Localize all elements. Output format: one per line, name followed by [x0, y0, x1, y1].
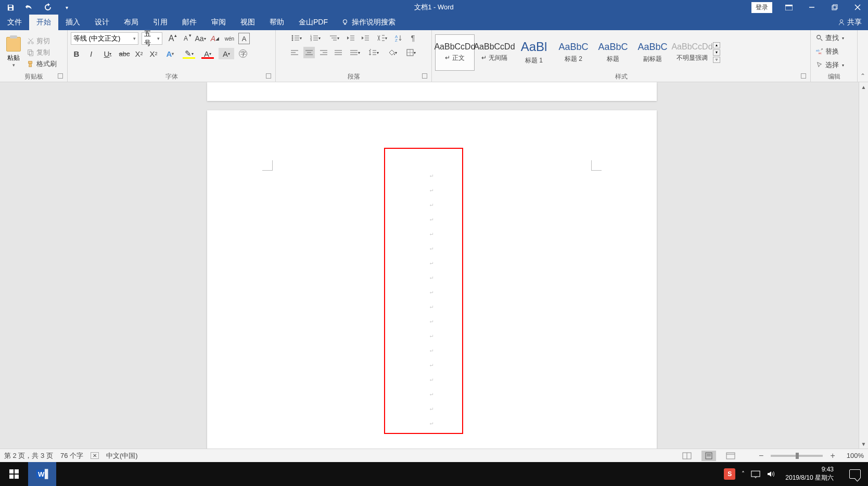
ime-indicator[interactable]: S — [724, 468, 735, 480]
document-area[interactable]: ↵↵↵↵↵↵↵↵↵↵↵↵↵↵↵↵↵↵ ▲ ▼ — [0, 82, 868, 449]
borders-button[interactable]: ▾ — [403, 47, 419, 58]
volume-icon[interactable] — [767, 470, 775, 478]
zoom-level[interactable]: 100% — [847, 452, 864, 459]
vertical-scrollbar[interactable]: ▲ ▼ — [859, 82, 868, 449]
action-center-icon[interactable] — [751, 470, 760, 478]
font-name-combo[interactable]: 等线 (中文正文)▾ — [71, 32, 138, 45]
start-button[interactable] — [0, 462, 28, 486]
select-button[interactable]: 选择▾ — [814, 59, 846, 71]
tab-file[interactable]: 文件 — [0, 15, 29, 30]
highlight-button[interactable]: ✎▾ — [181, 48, 197, 59]
style-item-0[interactable]: AaBbCcDd↵ 正文 — [435, 34, 475, 71]
increase-indent-button[interactable] — [360, 32, 371, 44]
tab-mailings[interactable]: 邮件 — [175, 15, 204, 30]
language-status[interactable]: 中文(中国) — [106, 451, 138, 461]
subscript-button[interactable]: X2 — [133, 48, 145, 59]
tab-references[interactable]: 引用 — [146, 15, 175, 30]
strikethrough-button[interactable]: abc — [119, 48, 130, 59]
collapse-ribbon-button[interactable]: ⌃ — [858, 30, 868, 82]
bullets-button[interactable]: ▾ — [289, 32, 304, 44]
tray-clock[interactable]: 9:43 2019/8/10 星期六 — [781, 466, 838, 482]
taskbar-word-button[interactable]: W — [28, 462, 56, 486]
scroll-up-button[interactable]: ▲ — [859, 82, 868, 92]
style-item-1[interactable]: AaBbCcDd↵ 无间隔 — [475, 34, 514, 71]
tab-jinshan-pdf[interactable]: 金山PDF — [291, 15, 335, 30]
close-button[interactable] — [847, 0, 868, 15]
asian-layout-button[interactable]: ▾ — [374, 32, 390, 44]
distributed-button[interactable]: ▾ — [347, 47, 363, 58]
sort-button[interactable]: AZ — [393, 32, 404, 44]
ribbon-display-options-button[interactable] — [778, 0, 799, 15]
document-page[interactable]: ↵↵↵↵↵↵↵↵↵↵↵↵↵↵↵↵↵↵ — [207, 110, 657, 449]
align-center-button[interactable] — [303, 47, 315, 58]
redo-button[interactable] — [42, 1, 54, 14]
paragraph-launcher[interactable] — [422, 73, 427, 79]
tab-insert[interactable]: 插入 — [58, 15, 87, 30]
format-painter-button[interactable]: 格式刷 — [27, 59, 57, 69]
multilevel-list-button[interactable]: ▾ — [326, 32, 342, 44]
find-button[interactable]: 查找▾ — [814, 32, 846, 44]
style-item-2[interactable]: AaBl标题 1 — [514, 34, 554, 71]
paste-button[interactable]: 粘贴 ▾ — [3, 36, 24, 69]
tab-view[interactable]: 视图 — [233, 15, 262, 30]
tab-help[interactable]: 帮助 — [262, 15, 291, 30]
minimize-button[interactable] — [801, 0, 822, 15]
undo-button[interactable] — [23, 1, 35, 14]
zoom-in-button[interactable]: + — [830, 451, 835, 461]
copy-button[interactable]: 复制 — [27, 48, 57, 57]
align-left-button[interactable] — [289, 47, 300, 58]
read-mode-button[interactable] — [680, 451, 694, 461]
maximize-button[interactable] — [824, 0, 845, 15]
tab-review[interactable]: 审阅 — [204, 15, 233, 30]
cut-button[interactable]: 剪切 — [27, 36, 57, 46]
numbering-button[interactable]: 123▾ — [308, 32, 323, 44]
shrink-font-button[interactable]: A▾ — [180, 33, 192, 44]
font-launcher[interactable] — [266, 73, 271, 79]
text-effects-button[interactable]: A ▾ — [162, 48, 178, 59]
shading-button[interactable]: ▾ — [385, 47, 400, 58]
share-button[interactable]: 共享 — [832, 15, 868, 30]
change-case-button[interactable]: Aa▾ — [195, 33, 206, 44]
style-item-3[interactable]: AaBbC标题 2 — [554, 34, 593, 71]
styles-launcher[interactable] — [801, 73, 806, 79]
underline-button[interactable]: U ▾ — [100, 48, 116, 59]
save-button[interactable] — [4, 1, 17, 14]
enclose-characters-button[interactable]: 字 — [237, 48, 249, 59]
font-color-button[interactable]: A▾ — [200, 48, 215, 59]
phonetic-guide-button[interactable]: wén — [224, 33, 235, 44]
style-item-5[interactable]: AaBbC副标题 — [633, 34, 672, 71]
clear-formatting-button[interactable]: A◢ — [209, 33, 221, 44]
bold-button[interactable]: B — [71, 48, 82, 59]
zoom-out-button[interactable]: − — [759, 451, 763, 461]
styles-gallery-more[interactable]: ▴▾▿ — [712, 42, 721, 63]
qat-customize-button[interactable]: ▾ — [60, 1, 73, 14]
page-number-status[interactable]: 第 2 页，共 3 页 — [4, 451, 53, 461]
font-size-combo[interactable]: 五号▾ — [142, 32, 162, 45]
line-spacing-button[interactable]: ▾ — [366, 47, 381, 58]
scroll-down-button[interactable]: ▼ — [859, 439, 868, 449]
zoom-slider-thumb[interactable] — [796, 453, 799, 459]
show-hide-button[interactable]: ¶ — [407, 32, 419, 44]
zoom-slider[interactable] — [771, 455, 823, 457]
grow-font-button[interactable]: A▴ — [165, 33, 177, 44]
proofing-status[interactable]: ✕ — [91, 452, 99, 459]
login-button[interactable]: 登录 — [751, 2, 772, 13]
word-count-status[interactable]: 76 个字 — [60, 451, 83, 461]
italic-button[interactable]: I — [85, 48, 97, 59]
tab-layout[interactable]: 布局 — [117, 15, 146, 30]
character-shading-button[interactable]: A ▾ — [219, 48, 234, 59]
print-layout-button[interactable] — [701, 451, 716, 461]
character-border-button[interactable]: A — [238, 33, 250, 44]
notifications-button[interactable] — [844, 469, 866, 479]
tab-design[interactable]: 设计 — [87, 15, 117, 30]
decrease-indent-button[interactable] — [345, 32, 356, 44]
clipboard-launcher[interactable] — [58, 73, 63, 79]
tell-me-search[interactable]: 操作说明搜索 — [335, 15, 402, 30]
style-item-6[interactable]: AaBbCcDd不明显强调 — [672, 34, 712, 71]
tab-home[interactable]: 开始 — [29, 15, 58, 30]
style-item-4[interactable]: AaBbC标题 — [593, 34, 633, 71]
superscript-button[interactable]: X2 — [148, 48, 159, 59]
replace-button[interactable]: abac 替换 — [814, 46, 841, 57]
justify-button[interactable] — [333, 47, 344, 58]
tray-chevron[interactable]: ˄ — [742, 470, 745, 478]
